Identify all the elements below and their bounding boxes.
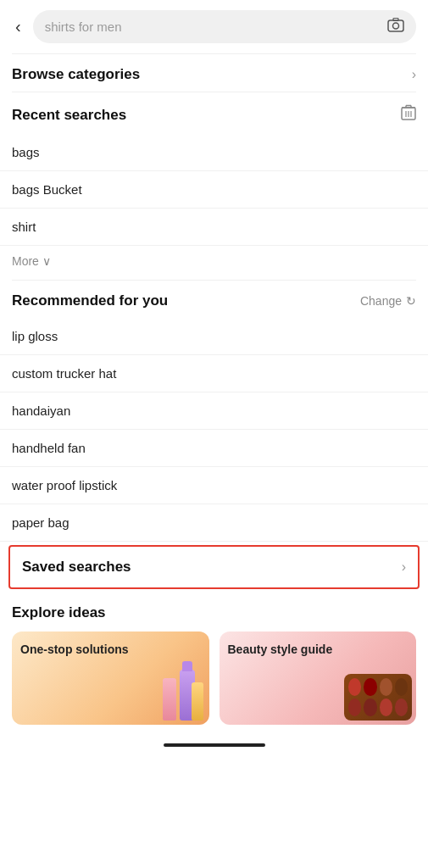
- change-label: Change: [360, 294, 402, 308]
- recommended-header: Recommended for you Change ↻: [0, 281, 428, 318]
- search-box[interactable]: shirts for men: [33, 10, 416, 43]
- recommended-handheld-fan[interactable]: handheld fan: [0, 430, 428, 467]
- svg-rect-0: [388, 20, 403, 31]
- dot-7: [380, 698, 392, 716]
- more-button[interactable]: More ∨: [0, 246, 428, 280]
- back-button[interactable]: ‹: [12, 14, 25, 40]
- explore-title: Explore ideas: [12, 604, 416, 621]
- explore-card-beauty[interactable]: Beauty style guide: [220, 632, 417, 725]
- recent-search-bags[interactable]: bags: [0, 134, 428, 171]
- change-button[interactable]: Change ↻: [360, 294, 416, 308]
- card-one-label: One-stop solutions: [12, 632, 137, 667]
- explore-card-one-stop[interactable]: One-stop solutions: [12, 632, 209, 725]
- browse-categories-title: Browse categories: [12, 66, 140, 83]
- top-bar: ‹ shirts for men: [0, 0, 428, 53]
- dot-3: [380, 678, 392, 696]
- dot-1: [348, 678, 361, 696]
- svg-point-1: [393, 23, 399, 29]
- recommended-water-proof-lipstick[interactable]: water proof lipstick: [0, 467, 428, 504]
- dot-8: [395, 698, 408, 716]
- card-two-label: Beauty style guide: [220, 632, 342, 667]
- recommended-title: Recommended for you: [12, 292, 168, 309]
- recent-searches-header: Recent searches: [0, 92, 428, 134]
- explore-cards: One-stop solutions Beauty style guide: [12, 632, 416, 725]
- recommended-lip-gloss[interactable]: lip gloss: [0, 318, 428, 355]
- saved-searches-chevron: ›: [402, 559, 406, 575]
- dot-2: [364, 678, 376, 696]
- recent-search-shirt[interactable]: shirt: [0, 209, 428, 246]
- browse-categories-header[interactable]: Browse categories ›: [0, 54, 428, 92]
- browse-categories-chevron: ›: [412, 67, 416, 82]
- camera-icon[interactable]: [387, 17, 404, 36]
- search-input: shirts for men: [45, 19, 381, 34]
- home-indicator: [0, 733, 428, 754]
- refresh-icon: ↻: [406, 294, 416, 308]
- product-bottle-3: [192, 682, 203, 721]
- recent-searches-title: Recent searches: [12, 107, 126, 124]
- saved-searches-title: Saved searches: [22, 559, 131, 576]
- dot-5: [348, 698, 361, 716]
- recent-search-bags-bucket[interactable]: bags Bucket: [0, 171, 428, 209]
- more-label: More: [12, 254, 39, 268]
- card-one-products: [146, 648, 205, 721]
- recommended-paper-bag[interactable]: paper bag: [0, 504, 428, 542]
- product-bottle-2: [163, 678, 176, 721]
- dot-4: [395, 678, 408, 696]
- saved-searches-row[interactable]: Saved searches ›: [8, 545, 420, 589]
- home-bar: [164, 743, 265, 747]
- recommended-handaiyan[interactable]: handaiyan: [0, 392, 428, 430]
- explore-section: Explore ideas One-stop solutions Beauty …: [0, 593, 428, 733]
- trash-icon[interactable]: [401, 104, 416, 125]
- recommended-custom-trucker-hat[interactable]: custom trucker hat: [0, 355, 428, 392]
- palette-dots: [344, 674, 412, 721]
- more-chevron-icon: ∨: [42, 254, 51, 268]
- palette-product: [344, 674, 412, 721]
- dot-6: [364, 698, 376, 716]
- svg-rect-2: [393, 19, 398, 21]
